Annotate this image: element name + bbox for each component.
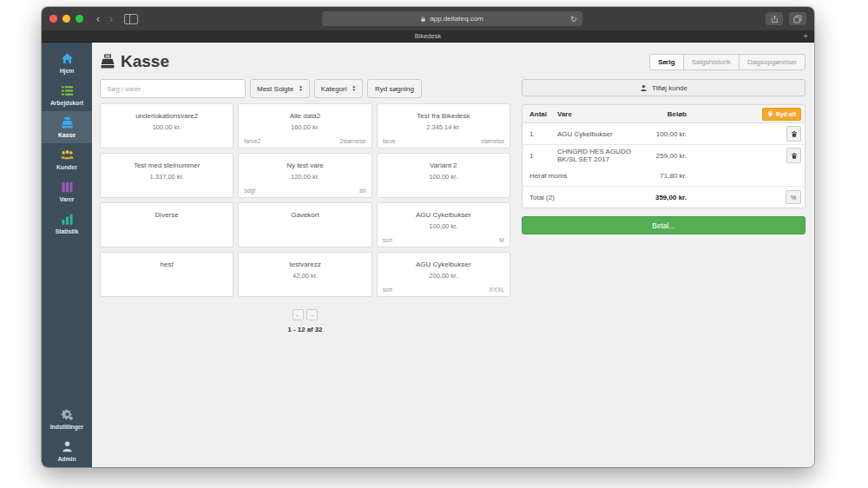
zoom-window-button[interactable] bbox=[76, 15, 83, 23]
product-card[interactable]: AGU Cykelbukser200,00 kr.sortXXXL bbox=[377, 252, 510, 297]
clear-search-button[interactable]: Ryd søgning bbox=[367, 79, 422, 98]
total-amount: 359,00 kr. bbox=[633, 194, 687, 201]
product-name: AGU Cykelbukser bbox=[378, 260, 510, 268]
sidebar-item-statistik[interactable]: Statistik bbox=[42, 208, 92, 240]
search-input[interactable] bbox=[100, 79, 246, 98]
user-icon bbox=[640, 84, 648, 92]
clear-cart-label: Ryd alt bbox=[776, 111, 796, 117]
cart-item-qty: 1 bbox=[529, 130, 557, 138]
product-name: AGU Cykelbukser bbox=[378, 211, 510, 219]
prev-page-button[interactable]: ← bbox=[293, 309, 304, 320]
url-bar-area: app.deltateq.com ↻ bbox=[144, 11, 760, 26]
view-button-salgshistorik[interactable]: Salgshistorik bbox=[683, 54, 740, 70]
back-button[interactable]: ‹ bbox=[95, 14, 102, 24]
product-price: 200,00 kr. bbox=[378, 272, 510, 280]
page-header: Kasse SælgSalgshistorikDagsopgørelser bbox=[100, 52, 806, 71]
sort-select[interactable]: Mest Solgte ▲▼ bbox=[250, 79, 310, 98]
cart-item-name: CHNGRD HES AGUDO BK/SL SET 2017 bbox=[557, 148, 633, 163]
browser-sidebar-toggle-icon[interactable] bbox=[124, 14, 138, 24]
product-card[interactable]: Gavekort bbox=[238, 202, 372, 247]
sidebar-item-label: Varer bbox=[59, 196, 74, 202]
pay-button[interactable]: Betal... bbox=[522, 216, 806, 234]
close-window-button[interactable] bbox=[49, 15, 57, 23]
product-variant-right: størrelse bbox=[482, 138, 504, 144]
reload-icon[interactable]: ↻ bbox=[570, 15, 577, 23]
product-name: Test fra Bikedesk bbox=[378, 112, 510, 120]
sidebar-item-arbejdskort[interactable]: Arbejdskort bbox=[42, 79, 92, 111]
new-tab-button[interactable]: + bbox=[803, 31, 808, 41]
product-card[interactable]: hest bbox=[100, 252, 233, 297]
active-tab[interactable]: Bikedesk bbox=[415, 32, 441, 40]
item-column-header: Vare bbox=[557, 110, 633, 118]
tabs-icon[interactable] bbox=[789, 12, 806, 25]
add-customer-button[interactable]: Tilføj kunde bbox=[522, 79, 806, 96]
page-title-text: Kasse bbox=[121, 52, 169, 71]
cart-item-amount: 259,00 kr. bbox=[633, 152, 687, 160]
view-button-sælg[interactable]: Sælg bbox=[649, 54, 684, 70]
product-variant-left: farve bbox=[383, 138, 396, 144]
sort-select-value: Mest Solgte bbox=[257, 85, 293, 93]
qty-column-header: Antal bbox=[529, 110, 557, 118]
total-row: Total (2) 359,00 kr. % bbox=[523, 187, 805, 208]
product-variant-left: sdgf bbox=[244, 188, 255, 194]
product-name: Diverse bbox=[101, 211, 233, 219]
share-icon[interactable] bbox=[766, 12, 783, 25]
sidebar-item-admin[interactable]: Admin bbox=[42, 435, 92, 467]
address-bar[interactable]: app.deltateq.com ↻ bbox=[322, 11, 582, 26]
cart-panel: Tilføj kunde Antal Vare Beløb bbox=[522, 79, 806, 333]
products-icon bbox=[61, 181, 74, 194]
product-card[interactable]: Test fra Bikedesk2.345,14 kr.farvestørre… bbox=[377, 103, 510, 148]
product-card[interactable]: Diverse bbox=[100, 202, 233, 247]
product-price: 160,00 kr. bbox=[239, 123, 371, 131]
product-name: underlokationsvare2 bbox=[101, 112, 233, 120]
pagination: ← → 1 - 12 af 32 bbox=[100, 305, 510, 333]
gears-icon bbox=[61, 408, 74, 421]
sidebar-item-varer[interactable]: Varer bbox=[42, 175, 92, 208]
select-arrows-icon: ▲▼ bbox=[299, 85, 302, 93]
product-name: Alle data2 bbox=[239, 112, 371, 120]
sidebar-item-indstillinger[interactable]: Indstillinger bbox=[42, 403, 92, 435]
discount-button[interactable]: % bbox=[786, 190, 801, 204]
sidebar-item-hjem[interactable]: Hjem bbox=[42, 47, 92, 79]
view-button-dagsopgørelser[interactable]: Dagsopgørelser bbox=[739, 54, 806, 70]
sidebar-item-label: Arbejdskort bbox=[50, 100, 83, 106]
product-name: Gavekort bbox=[239, 211, 371, 219]
product-name: Test med stelnummer bbox=[101, 162, 233, 169]
product-variant-right: XXXL bbox=[490, 287, 504, 293]
sidebar-item-kunder[interactable]: Kunder bbox=[42, 143, 92, 175]
url-text: app.deltateq.com bbox=[430, 15, 483, 23]
product-card[interactable]: testvarezz42,00 kr. bbox=[238, 252, 372, 297]
tasks-icon bbox=[61, 84, 74, 97]
next-page-button[interactable]: → bbox=[306, 309, 318, 320]
product-price: 120,00 kr. bbox=[239, 173, 371, 181]
product-name: testvarezz bbox=[239, 260, 371, 268]
product-price: 42,00 kr. bbox=[239, 272, 371, 280]
forward-button[interactable]: › bbox=[108, 14, 115, 24]
products-panel: Mest Solgte ▲▼ Kategori ▲▼ Ryd søgning u… bbox=[100, 79, 510, 333]
sidebar-item-label: Indstillinger bbox=[50, 424, 84, 430]
sidebar-item-label: Statistik bbox=[56, 228, 78, 234]
cash-register-icon bbox=[100, 54, 115, 69]
product-card[interactable]: Alle data2160,00 kr.farve22størrelse bbox=[238, 103, 372, 148]
clear-cart-button[interactable]: Ryd alt bbox=[762, 108, 801, 121]
vat-amount: 71,80 kr. bbox=[633, 172, 687, 180]
content-row: Mest Solgte ▲▼ Kategori ▲▼ Ryd søgning u… bbox=[100, 79, 806, 333]
sidebar-item-label: Hjem bbox=[60, 68, 75, 74]
remove-item-button[interactable] bbox=[786, 148, 801, 163]
product-card[interactable]: AGU Cykelbukser100,00 kr.sortM bbox=[377, 202, 510, 247]
remove-item-button[interactable] bbox=[786, 126, 801, 142]
cart-rows: 1AGU Cykelbukser100,00 kr.1CHNGRD HES AG… bbox=[523, 123, 805, 166]
traffic-lights bbox=[49, 15, 83, 23]
product-card[interactable]: Ny test vare120,00 kr.sdgfstr bbox=[238, 153, 372, 198]
cart-row: 1AGU Cykelbukser100,00 kr. bbox=[523, 123, 805, 145]
product-price: 100,00 kr. bbox=[378, 222, 510, 230]
trash-icon bbox=[767, 110, 773, 117]
product-variant-left: sort bbox=[383, 287, 392, 293]
category-select[interactable]: Kategori ▲▼ bbox=[314, 79, 363, 98]
product-card[interactable]: Variant 2100,00 kr. bbox=[377, 153, 510, 198]
sidebar-item-kasse[interactable]: Kasse bbox=[42, 111, 92, 143]
product-card[interactable]: underlokationsvare2100,00 kr. bbox=[100, 103, 233, 148]
minimize-window-button[interactable] bbox=[62, 15, 70, 23]
product-price: 100,00 kr. bbox=[378, 173, 510, 181]
product-card[interactable]: Test med stelnummer1.337,00 kr. bbox=[100, 153, 233, 198]
